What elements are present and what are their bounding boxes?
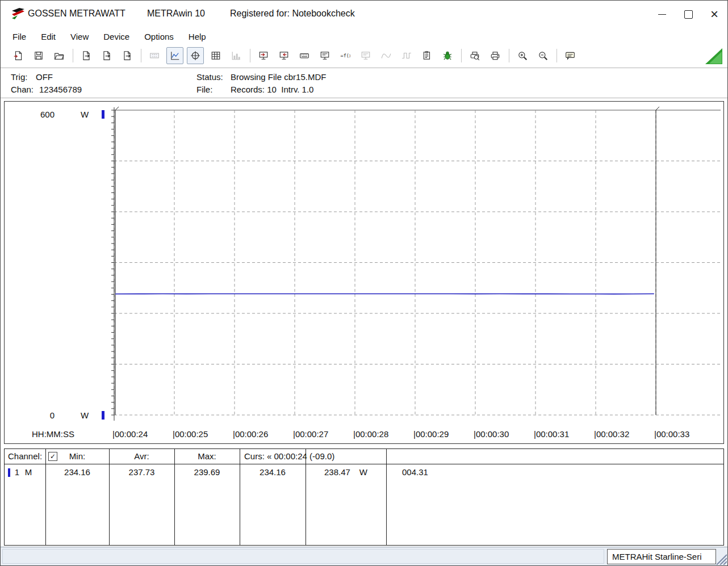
device-memory-button	[357, 47, 374, 64]
table-column-divider	[386, 449, 387, 545]
toolbar-separator	[461, 49, 462, 62]
maximize-icon	[684, 10, 693, 19]
printer-icon	[490, 51, 500, 61]
x-tick-label: |00:00:33	[654, 429, 689, 439]
line-chart-icon	[170, 51, 180, 61]
app-logo-icon	[11, 7, 26, 22]
table-icon	[211, 51, 221, 61]
status-label: Status:	[196, 72, 223, 82]
cell-max: 239.69	[174, 467, 240, 477]
monitor-in-icon	[279, 51, 289, 61]
chart-panel: 600 W 0 W HH:MM:SS |00:00:24|00:00:25|00…	[4, 101, 724, 444]
x-tick-label: |00:00:27	[293, 429, 328, 439]
monitor-icon	[361, 51, 371, 61]
status-value: Browsing File cbr15.MDF	[231, 72, 326, 82]
print-button[interactable]	[487, 47, 504, 64]
toolbar-separator	[557, 49, 557, 62]
table-column-divider	[306, 449, 306, 545]
open-file-button[interactable]	[51, 47, 68, 64]
toolbar: =f(x)	[1, 45, 727, 66]
bar-chart-icon	[231, 51, 241, 61]
header-channel: Channel:	[8, 451, 42, 461]
menu-item-device[interactable]: Device	[96, 30, 137, 44]
chart-svg[interactable]	[110, 106, 725, 424]
status-panel: Trig: OFF Chan: 123456789 Status: Browsi…	[1, 68, 727, 98]
annotation-button[interactable]	[562, 47, 579, 64]
channel-marker-bottom	[102, 411, 104, 420]
y-axis-unit-bottom: W	[81, 410, 89, 420]
cell-mode: M	[23, 467, 34, 477]
menubar: File Edit View Device Options Help	[1, 28, 727, 45]
toolbar-separator	[250, 49, 250, 62]
cell-unit: W	[359, 467, 367, 477]
cell-cursor1: 234.16	[240, 467, 306, 477]
chart-plot-area[interactable]	[110, 106, 725, 426]
x-axis-format-label: HH:MM:SS	[32, 429, 74, 439]
chan-label: Chan:	[11, 85, 34, 94]
maximize-button[interactable]	[675, 1, 701, 28]
toolbar-separator	[73, 49, 73, 62]
trig-label: Trig:	[11, 72, 27, 82]
y-axis-max-label: 600	[34, 110, 55, 119]
export-template-button[interactable]	[119, 47, 136, 64]
minimize-button[interactable]	[649, 1, 675, 28]
x-tick-label: |00:00:25	[173, 429, 208, 439]
note-icon	[565, 51, 575, 61]
fx-icon: =f(x)	[340, 51, 350, 61]
save-file-button[interactable]	[30, 47, 47, 64]
channel-color-marker	[8, 468, 10, 477]
menu-item-file[interactable]: File	[5, 30, 34, 44]
clipboard-icon	[422, 51, 432, 61]
table-column-divider	[109, 449, 110, 545]
print-preview-button[interactable]	[466, 47, 483, 64]
resize-grip-icon[interactable]	[714, 552, 727, 565]
x-tick-label: |00:00:29	[413, 429, 449, 439]
x-tick-label: |00:00:31	[534, 429, 569, 439]
menu-item-view[interactable]: View	[63, 30, 96, 44]
menu-item-help[interactable]: Help	[181, 30, 214, 44]
window-controls: ×	[649, 1, 727, 28]
record-live-button[interactable]	[439, 47, 456, 64]
device-config-button[interactable]	[296, 47, 313, 64]
y-axis-min-label: 0	[34, 410, 55, 420]
export-report-button[interactable]	[78, 47, 95, 64]
close-button[interactable]: ×	[701, 1, 727, 28]
lcd-icon	[149, 51, 160, 61]
export-data-button[interactable]	[98, 47, 115, 64]
zoom-out-button[interactable]	[534, 47, 551, 64]
titlebar: GOSSEN METRAWATT METRAwin 10 Registered …	[1, 1, 727, 28]
square-wave-icon	[401, 51, 412, 61]
view-scope-button[interactable]	[187, 47, 204, 64]
view-histogram-button	[228, 47, 245, 64]
title-registered: Registered for: Notebookcheck	[230, 9, 355, 19]
minimize-icon	[658, 14, 666, 15]
device-receive-button[interactable]	[275, 47, 292, 64]
measurement-table: Channel: ✓ Min: Avr: Max: Curs: « 00:00:…	[4, 448, 724, 546]
header-max: Max:	[174, 451, 240, 461]
device-send-button[interactable]	[255, 47, 272, 64]
menu-item-options[interactable]: Options	[137, 30, 181, 44]
doc-export-icon	[81, 51, 91, 61]
new-file-button[interactable]	[10, 47, 27, 64]
device-function-button[interactable]: =f(x)	[337, 47, 354, 64]
cell-channel: 1	[12, 467, 22, 477]
y-axis-unit-top: W	[81, 110, 89, 119]
menu-item-edit[interactable]: Edit	[34, 30, 63, 44]
chan-value: 123456789	[39, 85, 82, 94]
header-min: Min:	[45, 451, 109, 461]
crosshair-icon	[190, 51, 200, 61]
copy-clipboard-button[interactable]	[419, 47, 436, 64]
zoom-in-button[interactable]	[514, 47, 531, 64]
view-chart-button[interactable]	[166, 47, 183, 64]
file-value: Records: 10 Intrv. 1.0	[231, 85, 313, 94]
table-header-divider	[5, 464, 723, 464]
device-monitor-button[interactable]	[316, 47, 333, 64]
keyboard-icon	[299, 51, 309, 61]
doc-new-icon	[13, 51, 23, 61]
view-table-button[interactable]	[207, 47, 224, 64]
app-window: GOSSEN METRAWATT METRAwin 10 Registered …	[0, 0, 728, 566]
monitor-out-icon	[258, 51, 269, 61]
table-column-divider	[174, 449, 175, 545]
print-preview-icon	[470, 51, 480, 61]
x-tick-label: |00:00:28	[353, 429, 388, 439]
